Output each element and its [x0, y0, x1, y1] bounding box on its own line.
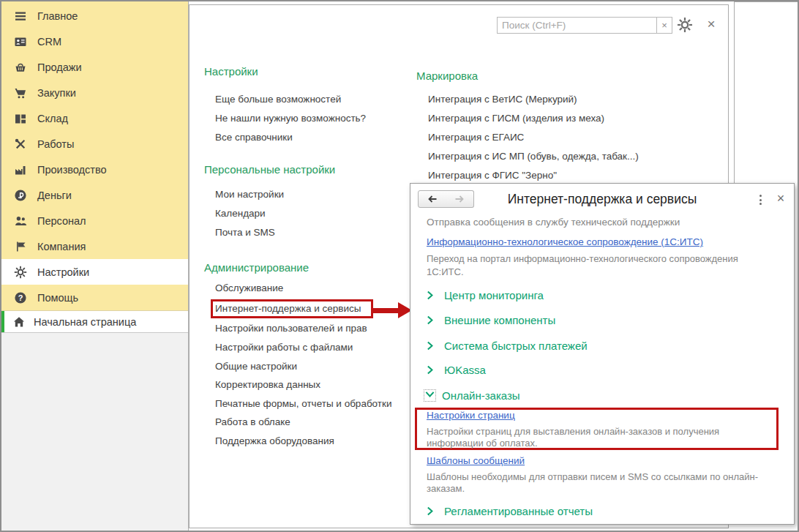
- sidebar-item-label: Закупки: [37, 87, 76, 99]
- section-header-personal-settings: Персональные настройки: [204, 163, 335, 176]
- section-regulated-reports[interactable]: Регламентированные отчеты: [427, 505, 593, 517]
- section-fast-payments[interactable]: Система быстрых платежей: [427, 340, 588, 352]
- app-window: Главное CRM Продажи Закупки Склад Работы…: [0, 0, 799, 532]
- background-window-left-border: [734, 1, 735, 183]
- section-monitoring-center[interactable]: Центр мониторинга: [427, 289, 544, 301]
- sidebar-item-production[interactable]: Производство: [1, 157, 188, 182]
- link-maintenance[interactable]: Обслуживание: [215, 282, 283, 293]
- annotation-highlight-box: [211, 299, 373, 318]
- support-message-text: Отправка сообщения в службу технической …: [427, 217, 680, 228]
- panel-close-button[interactable]: ×: [702, 15, 720, 34]
- sidebar-item-label: Главное: [37, 10, 78, 22]
- sidebar-item-label: Компания: [37, 241, 86, 252]
- link-equipment-support[interactable]: Поддержка оборудования: [215, 435, 334, 446]
- section-external-components[interactable]: Внешние компоненты: [427, 314, 555, 326]
- menu-icon: [14, 10, 27, 23]
- sidebar-item-label: CRM: [37, 36, 61, 48]
- link-data-correction[interactable]: Корректировка данных: [215, 379, 320, 390]
- sidebar-item-sales[interactable]: Продажи: [1, 54, 188, 80]
- sidebar-item-label: Работы: [37, 138, 74, 150]
- link-missing-feature[interactable]: Не нашли нужную возможность?: [215, 113, 366, 124]
- works-tools-icon: [14, 138, 27, 151]
- sidebar-item-label: Склад: [37, 113, 68, 124]
- production-factory-icon: [14, 163, 27, 176]
- sidebar-item-label: Настройки: [37, 266, 89, 278]
- sidebar: Главное CRM Продажи Закупки Склад Работы…: [1, 1, 189, 531]
- more-menu-button[interactable]: [754, 193, 766, 206]
- sidebar-item-staff[interactable]: Персонал: [1, 208, 188, 233]
- link-general-settings[interactable]: Общие настройки: [215, 361, 297, 372]
- help-question-icon: [14, 291, 27, 304]
- its-link[interactable]: Информационно-технологическое сопровожде…: [427, 236, 703, 247]
- link-file-settings[interactable]: Настройки работы с файлами: [215, 342, 353, 353]
- background-window-top-border: [734, 1, 798, 2]
- purchases-cart-icon: [14, 86, 27, 100]
- link-vetis-integration[interactable]: Интеграция с ВетИС (Меркурий): [428, 94, 577, 105]
- sidebar-item-crm[interactable]: CRM: [1, 29, 188, 54]
- message-templates-link[interactable]: Шаблоны сообщений: [427, 455, 525, 466]
- link-egais-integration[interactable]: Интеграция с ЕГАИС: [428, 132, 524, 143]
- chevron-focus-box: [424, 389, 436, 402]
- search-input[interactable]: [497, 17, 657, 34]
- money-ruble-icon: [14, 189, 27, 202]
- sidebar-item-works[interactable]: Работы: [1, 131, 188, 157]
- link-users-rights-settings[interactable]: Настройки пользователей и прав: [215, 323, 367, 334]
- chevron-right-icon: [427, 291, 436, 300]
- link-mail-sms[interactable]: Почта и SMS: [215, 227, 275, 238]
- search-area: ×: [497, 17, 672, 34]
- link-my-settings[interactable]: Мои настройки: [215, 189, 284, 200]
- sidebar-item-home-page[interactable]: Начальная страница: [1, 310, 188, 333]
- sales-basket-icon: [14, 61, 27, 74]
- sidebar-menu: Главное CRM Продажи Закупки Склад Работы…: [1, 1, 188, 310]
- sidebar-item-settings[interactable]: Настройки: [1, 259, 188, 285]
- sidebar-item-label: Продажи: [37, 61, 82, 73]
- company-flag-icon: [14, 240, 27, 253]
- chevron-down-icon: [425, 391, 435, 400]
- panel-settings-gear-button[interactable]: [675, 15, 694, 34]
- section-header-settings: Настройки: [204, 65, 258, 78]
- sidebar-item-main[interactable]: Главное: [1, 3, 188, 29]
- section-header-marking: Маркировка: [416, 70, 478, 82]
- gear-icon: [677, 17, 693, 33]
- home-icon: [12, 315, 26, 329]
- its-description: Переход на портал информационно-технолог…: [427, 252, 749, 278]
- sidebar-item-warehouse[interactable]: Склад: [1, 105, 188, 131]
- home-page-accent-bar: [1, 311, 4, 332]
- sidebar-item-money[interactable]: Деньги: [1, 182, 188, 208]
- sidebar-item-label: Помощь: [37, 292, 78, 304]
- link-ismp-integration[interactable]: Интеграция с ИС МП (обувь, одежда, табак…: [428, 151, 639, 162]
- home-page-label: Начальная страница: [34, 316, 136, 328]
- section-online-orders[interactable]: Онлайн-заказы: [424, 389, 520, 402]
- link-gism-integration[interactable]: Интеграция с ГИСМ (изделия из меха): [428, 113, 604, 124]
- settings-gear-icon: [14, 266, 27, 279]
- staff-people-icon: [14, 214, 27, 228]
- chevron-right-icon: [427, 365, 436, 375]
- sidebar-item-label: Деньги: [37, 190, 72, 201]
- link-cloud-work[interactable]: Работа в облаке: [215, 416, 290, 427]
- sidebar-item-help[interactable]: Помощь: [1, 285, 188, 310]
- search-clear-button[interactable]: ×: [657, 17, 672, 34]
- section-header-administration: Администрирование: [204, 261, 309, 274]
- link-all-catalogs[interactable]: Все справочники: [215, 132, 293, 143]
- sidebar-item-label: Производство: [37, 164, 107, 176]
- sidebar-item-label: Персонал: [37, 215, 86, 227]
- link-more-features[interactable]: Еще больше возможностей: [215, 94, 341, 105]
- message-templates-description: Шаблоны необходимы для отправки писем и …: [427, 471, 767, 495]
- link-fgis-zerno-integration[interactable]: Интеграция с ФГИС "Зерно": [428, 170, 557, 181]
- chevron-right-icon: [427, 506, 436, 516]
- annotation-arrow-shaft: [373, 308, 398, 313]
- warehouse-icon: [14, 112, 27, 125]
- sidebar-item-purchases[interactable]: Закупки: [1, 80, 188, 105]
- internet-support-dialog: Интернет-поддержка и сервисы × Отправка …: [410, 183, 795, 525]
- page-settings-link[interactable]: Настройки страниц: [427, 410, 515, 421]
- chevron-right-icon: [427, 315, 436, 325]
- dialog-close-button[interactable]: ×: [773, 190, 789, 207]
- link-print-forms-reports[interactable]: Печатные формы, отчеты и обработки: [215, 398, 391, 409]
- chevron-right-icon: [427, 341, 436, 351]
- crm-icon: [14, 35, 27, 48]
- section-yookassa[interactable]: ЮKassa: [427, 364, 486, 376]
- page-settings-description: Настройки страниц для выставления онлайн…: [427, 426, 770, 449]
- sidebar-item-company[interactable]: Компания: [1, 233, 188, 259]
- dialog-title: Интернет-поддержка и сервисы: [410, 192, 794, 207]
- link-calendars[interactable]: Календари: [215, 208, 266, 219]
